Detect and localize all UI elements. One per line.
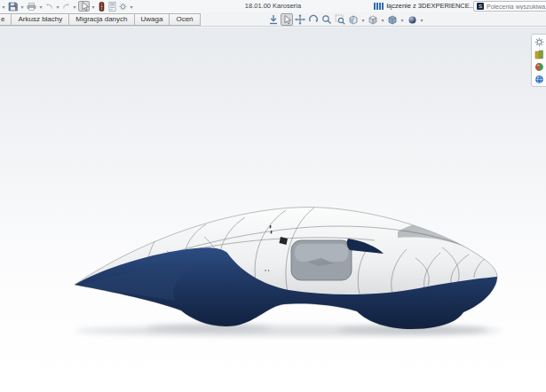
gear-icon	[534, 37, 544, 47]
insert-component-button[interactable]	[267, 13, 280, 26]
display-style-caret[interactable]: ▾	[400, 14, 405, 25]
section-view-button[interactable]	[347, 13, 360, 26]
tab-partial[interactable]: e	[0, 13, 12, 26]
edit-appearance-button[interactable]	[406, 13, 418, 26]
section-dropdown-caret[interactable]: ▾	[360, 14, 366, 25]
rebuild-button[interactable]	[97, 1, 107, 12]
file-properties-icon	[108, 2, 116, 12]
design-library-icon	[534, 50, 544, 59]
view-cube-icon	[368, 14, 378, 25]
zoom-area-icon	[335, 14, 345, 25]
appearance-caret[interactable]: ▾	[419, 14, 424, 25]
select-view-button[interactable]	[281, 13, 293, 26]
select-cursor-icon	[80, 2, 89, 12]
pan-button[interactable]	[294, 13, 306, 26]
command-search-box[interactable]: S	[473, 1, 546, 12]
tab-uwaga[interactable]: Uwaga	[135, 13, 170, 26]
quick-access-toolbar: ▾ ▾ ▾ ▾ ▾ ▾	[1, 1, 134, 12]
options-dropdown-caret[interactable]: ▾	[129, 1, 134, 12]
save-dropdown-caret[interactable]: ▾	[20, 1, 25, 12]
task-pane-strip	[531, 34, 546, 87]
save-button[interactable]	[7, 1, 19, 12]
select-dropdown-caret[interactable]: ▾	[91, 1, 96, 12]
view-orientation-caret[interactable]: ▾	[380, 14, 385, 25]
graphics-area[interactable]	[0, 27, 546, 392]
command-manager-row: e Arkusz blachy Migracja danych Uwaga Oc…	[0, 12, 546, 27]
solidworks-window: ▾ ▾ ▾ ▾ ▾ ▾	[0, 0, 546, 392]
appearance-sphere-icon	[408, 15, 417, 25]
print-icon	[27, 2, 36, 12]
heads-up-view-toolbar: ▾ ▾ ▾ ▾	[267, 13, 424, 26]
design-library-button[interactable]	[534, 49, 545, 59]
3dexperience-bars-icon	[374, 3, 384, 10]
globe-icon	[534, 74, 544, 84]
3dexperience-connection-status[interactable]: łączenie z 3DEXPERIENCE...	[374, 2, 475, 10]
zoom-to-fit-button[interactable]	[320, 13, 333, 26]
save-icon	[8, 2, 18, 12]
connection-label: łączenie z 3DEXPERIENCE...	[386, 2, 475, 10]
title-bar: ▾ ▾ ▾ ▾ ▾ ▾	[0, 0, 546, 12]
magnifier-icon	[321, 14, 332, 25]
redo-icon	[62, 2, 70, 11]
file-properties-button[interactable]	[107, 1, 117, 12]
appearances-sphere-icon	[534, 62, 544, 72]
search-logo-icon: S	[477, 3, 484, 10]
options-button[interactable]	[118, 1, 128, 12]
redo-button[interactable]	[61, 1, 71, 12]
rotate-view-button[interactable]	[307, 13, 320, 26]
print-button[interactable]	[26, 1, 37, 12]
section-view-icon	[348, 14, 359, 25]
pan-arrows-icon	[295, 14, 305, 25]
tab-ocen[interactable]: Oceń	[170, 13, 200, 26]
display-style-cube-icon	[387, 14, 398, 25]
view-orientation-button[interactable]	[367, 13, 379, 26]
appearances-button[interactable]	[534, 61, 545, 72]
undo-icon	[45, 2, 53, 11]
zoom-to-area-button[interactable]	[334, 13, 346, 26]
task-pane-options-button[interactable]	[534, 36, 545, 47]
3d-model-karoseria[interactable]	[62, 196, 510, 340]
command-search-input[interactable]	[487, 4, 546, 10]
new-dropdown-caret[interactable]: ▾	[1, 1, 6, 12]
model-canopy-window[interactable]	[291, 240, 352, 280]
redo-dropdown-caret[interactable]: ▾	[72, 1, 77, 12]
options-gear-icon	[119, 2, 127, 12]
insert-arrow-icon	[268, 14, 279, 25]
print-dropdown-caret[interactable]: ▾	[38, 1, 44, 12]
rotate-arrow-icon	[308, 14, 319, 25]
cursor-icon	[282, 15, 291, 25]
rebuild-traffic-light-icon	[99, 2, 105, 12]
3dexperience-globe-button[interactable]	[534, 74, 545, 84]
select-tool-button[interactable]	[78, 1, 90, 12]
tab-arkusz-blachy[interactable]: Arkusz blachy	[12, 13, 69, 26]
tab-migracja-danych[interactable]: Migracja danych	[69, 13, 134, 26]
undo-dropdown-caret[interactable]: ▾	[55, 1, 60, 12]
display-style-button[interactable]	[386, 13, 399, 26]
command-tabs: e Arkusz blachy Migracja danych Uwaga Oc…	[0, 13, 201, 26]
undo-button[interactable]	[44, 1, 54, 12]
